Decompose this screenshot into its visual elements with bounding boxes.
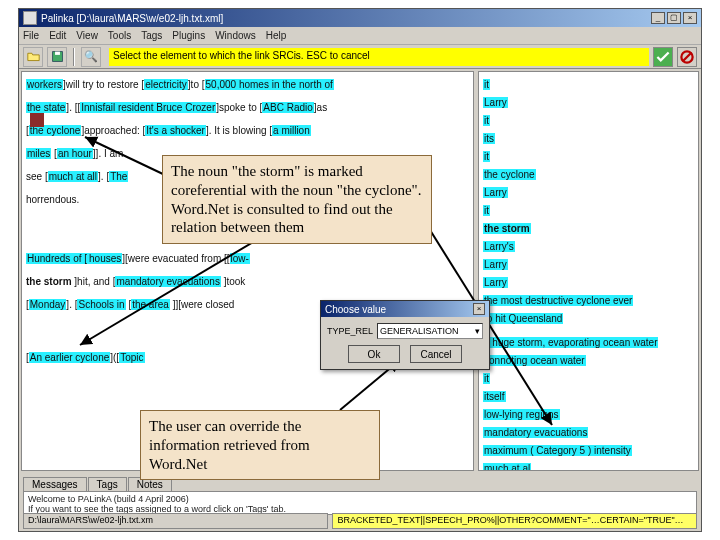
dialog-body: TYPE_REL GENERALISATION ▾ Ok Cancel [321, 317, 489, 369]
tab-messages[interactable]: Messages [23, 477, 87, 491]
check-icon [654, 48, 672, 66]
list-item[interactable]: to hit Queensland [483, 310, 694, 327]
message-line: Welcome to PALinkA (build 4 April 2006) [28, 494, 692, 504]
list-item[interactable]: it [483, 370, 694, 387]
chevron-down-icon: ▾ [475, 326, 480, 336]
list-item[interactable]: it [483, 202, 694, 219]
folder-icon [27, 50, 40, 63]
text-line: workers]will try to restore [electricity… [26, 76, 469, 93]
type-rel-value: GENERALISATION [380, 326, 458, 336]
choose-value-dialog: Choose value × TYPE_REL GENERALISATION ▾… [320, 300, 490, 370]
text-line: [the cyclone]approached: [It's a shocker… [26, 122, 469, 139]
confirm-button[interactable] [653, 47, 673, 67]
list-item[interactable]: low-lying regions [483, 406, 694, 423]
window-buttons: _ ▢ × [651, 12, 697, 24]
status-tags: BRACKETED_TEXT||SPEECH_PRO%||OTHER?COMME… [332, 513, 697, 529]
cancel-link-button[interactable] [677, 47, 697, 67]
floppy-icon [51, 50, 64, 63]
menu-help[interactable]: Help [266, 30, 287, 41]
type-rel-select[interactable]: GENERALISATION ▾ [377, 323, 483, 339]
app-icon [23, 11, 37, 25]
save-button[interactable] [47, 47, 67, 67]
toolbar: 🔍 Select the element to which the link S… [19, 45, 701, 69]
menu-plugins[interactable]: Plugins [172, 30, 205, 41]
menu-windows[interactable]: Windows [215, 30, 256, 41]
titlebar: Palinka [D:\laura\MARS\w/e02-ljh.txt.xml… [19, 9, 701, 27]
list-item[interactable]: it [483, 112, 694, 129]
menu-tools[interactable]: Tools [108, 30, 131, 41]
tab-tags[interactable]: Tags [88, 477, 127, 491]
list-item[interactable]: Larry [483, 256, 694, 273]
type-rel-label: TYPE_REL [327, 326, 373, 336]
statusbar: D:\laura\MARS\w/e02-ljh.txt.xm BRACKETED… [23, 513, 697, 529]
window-title: Palinka [D:\laura\MARS\w/e02-ljh.txt.xml… [41, 13, 651, 24]
menu-view[interactable]: View [76, 30, 98, 41]
menu-tags[interactable]: Tags [141, 30, 162, 41]
find-button[interactable]: 🔍 [81, 47, 101, 67]
text-line: the state]. [[Innisfail resident Bruce C… [26, 99, 469, 116]
toolbar-separator [73, 48, 75, 66]
dialog-close-button[interactable]: × [473, 303, 485, 315]
dialog-button-row: Ok Cancel [327, 345, 483, 363]
cancel-button[interactable]: Cancel [410, 345, 462, 363]
list-item[interactable]: mandatory evacuations [483, 424, 694, 441]
dialog-title: Choose value [325, 304, 386, 315]
list-item[interactable]: much at al [483, 460, 694, 471]
slide-bullet [30, 113, 44, 127]
close-button[interactable]: × [683, 12, 697, 24]
svg-rect-1 [55, 52, 60, 55]
list-item[interactable]: the most destructive cyclone ever [483, 292, 694, 309]
list-item[interactable]: Larry's [483, 238, 694, 255]
message-area: Welcome to PALinkA (build 4 April 2006) … [23, 491, 697, 515]
svg-line-3 [683, 52, 692, 61]
list-item[interactable]: the storm [483, 220, 694, 237]
maximize-button[interactable]: ▢ [667, 12, 681, 24]
list-item[interactable]: itself [483, 388, 694, 405]
no-icon [678, 48, 696, 66]
list-item[interactable]: the cyclone [483, 166, 694, 183]
list-item[interactable]: connoting ocean water [483, 352, 694, 369]
menubar: File Edit View Tools Tags Plugins Window… [19, 27, 701, 45]
list-item[interactable]: Larry [483, 184, 694, 201]
list-item[interactable]: Larry [483, 94, 694, 111]
menu-file[interactable]: File [23, 30, 39, 41]
ok-button[interactable]: Ok [348, 345, 400, 363]
dialog-titlebar: Choose value × [321, 301, 489, 317]
text-line: the storm ]hit, and [mandatory evacuatio… [26, 273, 469, 290]
text-line: Hundreds of [houses][were evacuated from… [26, 250, 469, 267]
binoculars-icon: 🔍 [84, 50, 98, 63]
callout-override: The user can override the information re… [140, 410, 380, 480]
open-button[interactable] [23, 47, 43, 67]
list-item[interactable]: its [483, 130, 694, 147]
menu-edit[interactable]: Edit [49, 30, 66, 41]
list-item[interactable]: maximum ( Category 5 ) intensity [483, 442, 694, 459]
minimize-button[interactable]: _ [651, 12, 665, 24]
callout-coreference: The noun "the storm" is marked coreferen… [162, 155, 432, 244]
status-path: D:\laura\MARS\w/e02-ljh.txt.xm [23, 513, 328, 529]
entity-list-pane[interactable]: it Larry it its it the cyclone Larry it … [478, 71, 699, 471]
list-item[interactable]: Larry [483, 274, 694, 291]
list-item[interactable]: a huge storm, evaporating ocean water [483, 334, 694, 351]
select-hint-bar: Select the element to which the link SRC… [109, 48, 649, 66]
list-item[interactable]: it [483, 76, 694, 93]
dialog-row: TYPE_REL GENERALISATION ▾ [327, 323, 483, 339]
list-item[interactable]: it [483, 148, 694, 165]
